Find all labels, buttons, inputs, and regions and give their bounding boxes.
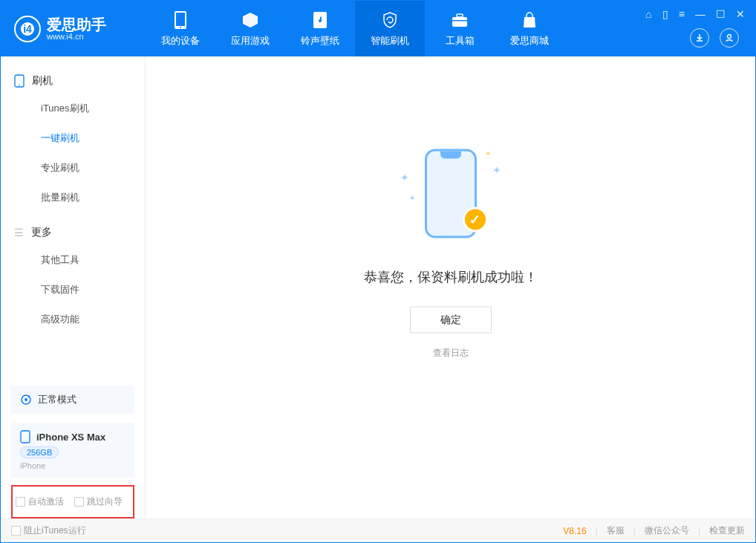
tab-label: 铃声壁纸 bbox=[301, 34, 339, 48]
check-badge-icon: ✓ bbox=[463, 207, 488, 233]
menu-icon[interactable]: ≡ bbox=[679, 8, 685, 20]
svg-rect-12 bbox=[21, 431, 30, 443]
svg-point-11 bbox=[25, 398, 27, 401]
checkbox-label: 自动激活 bbox=[28, 495, 64, 508]
svg-rect-6 bbox=[452, 20, 467, 22]
checkbox-skip-guide[interactable]: 跳过向导 bbox=[74, 495, 123, 508]
version-label: V8.16 bbox=[563, 526, 586, 536]
sidebar: 刷机 iTunes刷机 一键刷机 专业刷机 批量刷机 ☰ 更多 其他工具 下载固… bbox=[1, 56, 146, 518]
svg-rect-4 bbox=[452, 17, 467, 27]
logo-area: i4 爱思助手 www.i4.cn bbox=[1, 16, 146, 42]
tshirt-icon[interactable]: ⌂ bbox=[645, 8, 651, 20]
device-info-card[interactable]: iPhone XS Max 256GB iPhone bbox=[11, 423, 134, 478]
tab-label: 应用游戏 bbox=[231, 34, 270, 48]
sidebar-item-download-firmware[interactable]: 下载固件 bbox=[1, 275, 145, 305]
tab-label: 爱思商城 bbox=[510, 34, 549, 48]
phone-outline-icon bbox=[14, 74, 25, 88]
device-capacity-badge: 256GB bbox=[20, 446, 59, 458]
phone-small-icon bbox=[20, 430, 30, 443]
brand-name: 爱思助手 bbox=[47, 17, 106, 32]
svg-point-2 bbox=[180, 27, 181, 28]
sidebar-item-batch-flash[interactable]: 批量刷机 bbox=[1, 183, 145, 212]
checkbox-icon bbox=[16, 497, 25, 507]
tab-label: 工具箱 bbox=[446, 34, 475, 48]
mobile-icon[interactable]: ▯ bbox=[662, 8, 668, 20]
tab-label: 智能刷机 bbox=[371, 34, 409, 48]
wechat-link[interactable]: 微信公众号 bbox=[645, 524, 689, 537]
main-content: ✦ ✦ ✦ ✦ ✓ 恭喜您，保资料刷机成功啦！ 确定 查看日志 bbox=[146, 56, 755, 518]
sidebar-section-more: ☰ 更多 bbox=[1, 220, 145, 245]
list-icon: ☰ bbox=[14, 227, 24, 238]
view-log-link[interactable]: 查看日志 bbox=[364, 347, 538, 360]
support-link[interactable]: 客服 bbox=[607, 524, 625, 537]
section-label: 刷机 bbox=[32, 74, 53, 88]
user-icon[interactable] bbox=[720, 28, 739, 48]
checkbox-icon bbox=[11, 526, 21, 536]
sidebar-item-pro-flash[interactable]: 专业刷机 bbox=[1, 153, 145, 183]
checkbox-label: 跳过向导 bbox=[87, 495, 123, 508]
checkbox-block-itunes[interactable]: 阻止iTunes运行 bbox=[11, 524, 86, 537]
tab-label: 我的设备 bbox=[161, 34, 200, 48]
checkbox-icon bbox=[74, 497, 84, 507]
sidebar-item-itunes-flash[interactable]: iTunes刷机 bbox=[1, 94, 145, 123]
device-name: iPhone XS Max bbox=[36, 432, 105, 443]
device-mode-label: 正常模式 bbox=[38, 393, 76, 406]
bottom-options-highlighted: 自动激活 跳过向导 bbox=[11, 485, 134, 518]
cube-icon bbox=[241, 10, 260, 30]
app-header: i4 爱思助手 www.i4.cn 我的设备 应用游戏 铃声壁纸 bbox=[1, 1, 755, 56]
refresh-shield-icon bbox=[380, 10, 400, 30]
tab-ringtones[interactable]: 铃声壁纸 bbox=[285, 1, 355, 56]
ok-button[interactable]: 确定 bbox=[410, 307, 492, 334]
logo-icon: i4 bbox=[14, 16, 41, 42]
titlebar-controls: ⌂ ▯ ≡ — ☐ ✕ bbox=[645, 8, 745, 20]
success-illustration: ✦ ✦ ✦ ✦ ✓ bbox=[391, 142, 510, 246]
minimize-icon[interactable]: — bbox=[695, 8, 706, 20]
device-type: iPhone bbox=[20, 461, 126, 470]
svg-point-9 bbox=[19, 85, 20, 86]
tab-flash[interactable]: 智能刷机 bbox=[355, 1, 425, 56]
check-update-link[interactable]: 检查更新 bbox=[709, 524, 745, 537]
nav-tabs: 我的设备 应用游戏 铃声壁纸 智能刷机 工具箱 bbox=[146, 1, 564, 56]
device-icon bbox=[171, 10, 190, 30]
checkbox-label: 阻止iTunes运行 bbox=[24, 524, 86, 537]
mode-icon bbox=[20, 394, 32, 406]
device-mode-card[interactable]: 正常模式 bbox=[11, 386, 134, 414]
section-label: 更多 bbox=[31, 226, 52, 239]
sidebar-item-other-tools[interactable]: 其他工具 bbox=[1, 245, 145, 275]
maximize-icon[interactable]: ☐ bbox=[716, 8, 726, 20]
svg-rect-5 bbox=[457, 14, 463, 17]
sidebar-section-flash: 刷机 bbox=[1, 68, 145, 94]
toolbox-icon bbox=[450, 10, 469, 30]
sidebar-item-one-click-flash[interactable]: 一键刷机 bbox=[1, 123, 145, 153]
svg-rect-1 bbox=[176, 13, 185, 26]
sidebar-item-advanced[interactable]: 高级功能 bbox=[1, 305, 145, 334]
tab-store[interactable]: 爱思商城 bbox=[495, 1, 564, 56]
music-icon bbox=[310, 10, 330, 30]
brand-url: www.i4.cn bbox=[47, 32, 106, 41]
bag-icon bbox=[520, 10, 539, 30]
status-bar: 阻止iTunes运行 V8.16 | 客服 | 微信公众号 | 检查更新 bbox=[1, 518, 755, 542]
header-actions bbox=[690, 28, 739, 48]
download-icon[interactable] bbox=[690, 28, 709, 48]
svg-point-7 bbox=[728, 35, 731, 39]
close-icon[interactable]: ✕ bbox=[736, 8, 745, 20]
tab-apps[interactable]: 应用游戏 bbox=[215, 1, 285, 56]
success-message: 恭喜您，保资料刷机成功啦！ bbox=[364, 268, 538, 286]
tab-my-device[interactable]: 我的设备 bbox=[146, 1, 215, 56]
tab-toolbox[interactable]: 工具箱 bbox=[425, 1, 495, 56]
checkbox-auto-activate[interactable]: 自动激活 bbox=[16, 495, 64, 508]
